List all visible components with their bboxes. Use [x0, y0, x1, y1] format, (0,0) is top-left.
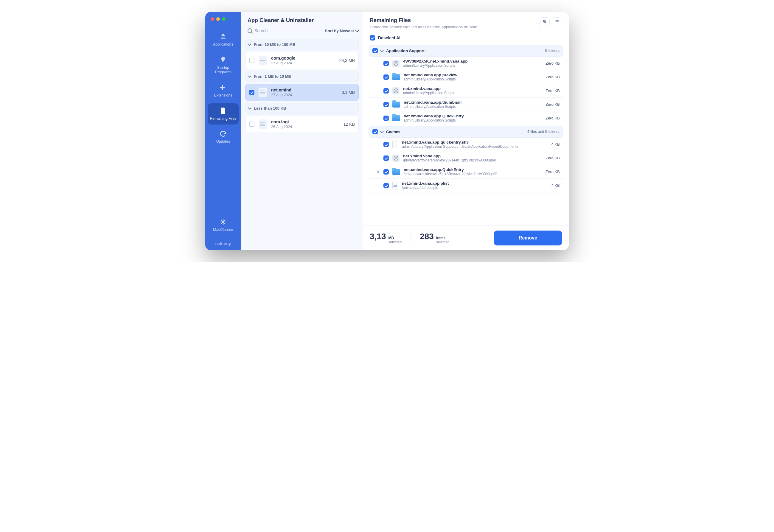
- chevron-down-icon: [248, 42, 251, 46]
- category-header[interactable]: Application Support 5 folders: [369, 45, 563, 57]
- app-window: Applications Startup Programs Extensions…: [205, 12, 569, 250]
- file-name: 4WV38P2X5K.net.xmind.vana.app: [403, 59, 538, 63]
- file-checkbox[interactable]: [383, 142, 389, 147]
- file-row[interactable]: net.xmind.vana.app.plist /private/var/db…: [369, 179, 563, 192]
- file-row[interactable]: net.xmind.vana.app.QuickEntry /private/v…: [369, 165, 563, 179]
- app-name: com.google: [271, 56, 335, 60]
- group-header[interactable]: From 1 MB to 10 MB: [245, 71, 359, 82]
- file-path: admin/Library/Application Scripts: [403, 63, 538, 68]
- blocked-icon: [392, 87, 400, 94]
- sidebar-item-maccleaner[interactable]: MacCleaner: [212, 214, 234, 236]
- size-number: 3,13: [370, 232, 386, 241]
- sidebar-item-remaining-files[interactable]: Remaining Files: [208, 103, 239, 125]
- size-sub: selected: [388, 240, 402, 244]
- deselect-all-checkbox[interactable]: [370, 35, 375, 41]
- sidebar-item-label: Applications: [213, 42, 233, 47]
- file-size: Zero KB: [542, 169, 560, 174]
- group-title: Less than 100 KB: [254, 106, 286, 111]
- rocket-icon: [219, 56, 227, 64]
- file-name: net.xmind.vana.app.quickentry.sfl3: [402, 140, 538, 144]
- chevron-right-icon: [377, 170, 380, 173]
- file-row[interactable]: 4WV38P2X5K.net.xmind.vana.app admin/Libr…: [369, 57, 563, 70]
- category-header[interactable]: Caches 4 files and 5 folders: [369, 126, 563, 138]
- file-checkbox[interactable]: [383, 88, 389, 94]
- app-row[interactable]: com.google 27 Aug 2024 24,3 MB: [245, 52, 359, 69]
- detail-title: Remaining Files: [370, 17, 540, 24]
- close-window-button[interactable]: [211, 17, 214, 21]
- count-stat: 283 items selected: [420, 232, 449, 244]
- file-size: Zero KB: [542, 88, 560, 93]
- sidebar-item-updates[interactable]: Updates: [208, 126, 239, 148]
- chevron-down-icon: [355, 28, 359, 32]
- document-icon: [259, 56, 267, 65]
- file-name: net.xmind.vana.app.preview: [404, 73, 538, 77]
- sidebar-item-startup-programs[interactable]: Startup Programs: [208, 52, 239, 78]
- snowflake-icon: [219, 218, 227, 226]
- app-checkbox[interactable]: [249, 90, 254, 95]
- app-row[interactable]: com.logi 26 Aug 2024 12 KB: [245, 116, 359, 133]
- chevron-down-icon: [248, 74, 251, 77]
- sort-dropdown[interactable]: Sort by Newest: [325, 29, 359, 33]
- file-size: 4 KB: [542, 142, 560, 147]
- category-checkbox[interactable]: [372, 48, 378, 53]
- file-row[interactable]: net.xmind.vana.app.quickentry.sfl3 admin…: [369, 138, 563, 151]
- blocked-icon: [392, 60, 400, 67]
- app-checkbox[interactable]: [249, 122, 254, 127]
- chat-button[interactable]: [540, 17, 550, 26]
- app-row[interactable]: net.xmind 27 Aug 2024 3,1 MB: [245, 84, 359, 101]
- app-checkbox[interactable]: [249, 58, 254, 63]
- folder-icon: [392, 102, 400, 108]
- sidebar-item-label: Extensions: [214, 93, 232, 98]
- category-summary: 4 files and 5 folders: [527, 130, 559, 134]
- app-date: 26 Aug 2024: [271, 125, 339, 129]
- search-row: Sort by Newest: [241, 26, 363, 36]
- list-view-button[interactable]: [552, 17, 562, 26]
- sidebar-item-applications[interactable]: Applications: [208, 29, 239, 51]
- category-summary: 5 folders: [545, 49, 559, 53]
- deselect-row: Deselect All: [363, 32, 569, 44]
- file-row[interactable]: net.xmind.vana.app.QuickEntry admin/Libr…: [369, 111, 563, 125]
- file-checkbox[interactable]: [383, 116, 389, 121]
- minimize-window-button[interactable]: [216, 17, 220, 21]
- file-path: admin/Library/Application Scripts: [404, 105, 538, 109]
- file-row[interactable]: net.xmind.vana.app admin/Library/Applica…: [369, 84, 563, 98]
- document-icon: [259, 88, 267, 97]
- file-path: /private/var/folders/ws/6fpx23ks44n_2jfz…: [403, 158, 538, 162]
- folder-icon: [392, 169, 400, 175]
- file-checkbox[interactable]: [383, 155, 389, 161]
- expand-toggle[interactable]: [377, 170, 380, 173]
- file-row[interactable]: net.xmind.vana.app.thumbnail admin/Libra…: [369, 98, 563, 111]
- zoom-window-button[interactable]: [222, 17, 226, 21]
- file-name: net.xmind.vana.app: [403, 86, 538, 91]
- search-input[interactable]: [254, 28, 322, 33]
- file-row[interactable]: net.xmind.vana.app.preview admin/Library…: [369, 70, 563, 84]
- divider: [411, 232, 411, 244]
- file-checkbox[interactable]: [383, 183, 389, 188]
- group-header[interactable]: From 10 MB to 100 MB: [245, 39, 359, 50]
- file-checkbox[interactable]: [383, 102, 389, 107]
- folder-icon: [392, 115, 400, 121]
- file-checkbox[interactable]: [383, 61, 389, 66]
- size-unit: MB: [388, 236, 402, 240]
- sidebar-item-label: Remaining Files: [210, 116, 237, 121]
- category-checkbox[interactable]: [372, 129, 378, 134]
- applications-icon: [219, 33, 227, 41]
- chevron-down-icon: [380, 49, 383, 52]
- app-size: 3,1 MB: [342, 90, 355, 95]
- file-name: net.xmind.vana.app.thumbnail: [404, 100, 538, 105]
- file-checkbox[interactable]: [383, 74, 389, 80]
- file-row[interactable]: net.xmind.vana.app /private/var/folders/…: [369, 151, 563, 165]
- chevron-down-icon: [248, 106, 251, 109]
- file-name: net.xmind.vana.app.plist: [402, 181, 538, 186]
- sidebar-item-extensions[interactable]: Extensions: [208, 80, 239, 102]
- remove-button[interactable]: Remove: [494, 231, 562, 245]
- file-path: admin/Library/Application Support/c…leLi…: [402, 144, 538, 149]
- file-name: net.xmind.vana.app: [403, 154, 538, 158]
- file-checkbox[interactable]: [383, 169, 389, 175]
- count-sub: selected: [436, 240, 450, 244]
- group-header[interactable]: Less than 100 KB: [245, 103, 359, 114]
- window-traffic-lights: [211, 17, 226, 21]
- sort-label: Sort by Newest: [325, 29, 354, 33]
- file-name: net.xmind.vana.app.QuickEntry: [404, 167, 538, 172]
- app-date: 27 Aug 2024: [271, 61, 335, 65]
